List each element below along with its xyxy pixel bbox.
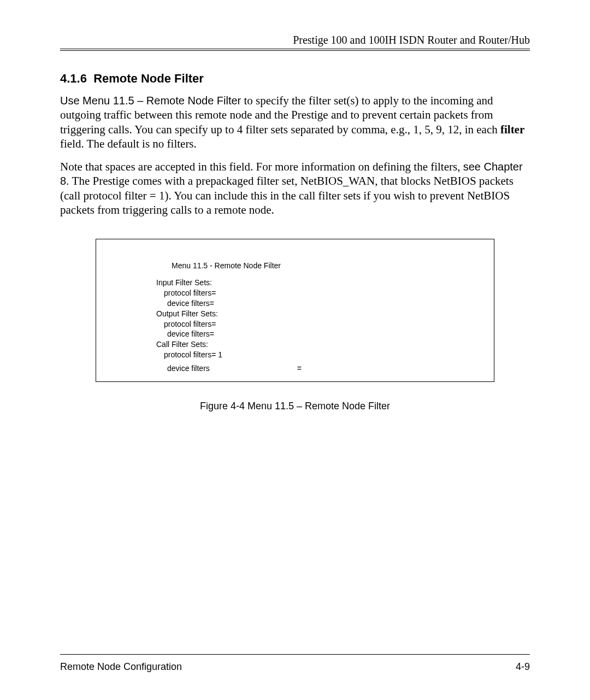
section-heading: 4.1.6 Remote Node Filter bbox=[60, 72, 530, 86]
figure-line: Input Filter Sets: bbox=[156, 278, 483, 288]
footer: Remote Node Configuration 4-9 bbox=[60, 654, 530, 673]
figure-line: protocol filters= bbox=[156, 288, 483, 298]
section-number: 4.1.6 bbox=[60, 72, 87, 85]
footer-row: Remote Node Configuration 4-9 bbox=[60, 657, 530, 673]
figure-line: device filters= bbox=[156, 298, 483, 309]
page: Prestige 100 and 100IH ISDN Router and R… bbox=[0, 0, 590, 700]
figure-caption: Figure 4-4 Menu 11.5 – Remote Node Filte… bbox=[60, 401, 530, 412]
figure-last-eq: = bbox=[297, 363, 302, 374]
para1-lead: Use Menu 11.5 – Remote Node Filter bbox=[60, 95, 241, 107]
para2-part1: Note that spaces are accepted in this fi… bbox=[60, 160, 463, 173]
footer-left: Remote Node Configuration bbox=[60, 661, 182, 673]
para2-part2: The Prestige comes with a prepackaged fi… bbox=[60, 174, 514, 216]
figure-content: Input Filter Sets: protocol filters= dev… bbox=[156, 278, 483, 374]
figure-box: Menu 11.5 - Remote Node Filter Input Fil… bbox=[96, 239, 494, 382]
footer-rule bbox=[60, 654, 530, 655]
paragraph-2: Note that spaces are accepted in this fi… bbox=[60, 160, 530, 217]
footer-right: 4-9 bbox=[516, 661, 530, 673]
header-area: Prestige 100 and 100IH ISDN Router and R… bbox=[60, 33, 530, 51]
paragraph-1: Use Menu 11.5 – Remote Node Filter to sp… bbox=[60, 93, 530, 151]
running-header: Prestige 100 and 100IH ISDN Router and R… bbox=[60, 33, 530, 49]
para1-tail: field. The default is no filters. bbox=[60, 137, 197, 150]
figure-line: Call Filter Sets: bbox=[156, 339, 483, 350]
figure-line: device filters= bbox=[156, 329, 483, 339]
para1-bold: filter bbox=[500, 123, 524, 136]
section-title: Remote Node Filter bbox=[93, 72, 204, 85]
figure-menu-title: Menu 11.5 - Remote Node Filter bbox=[156, 261, 483, 270]
figure-line: protocol filters= bbox=[156, 319, 483, 330]
figure-last-label: device filters bbox=[167, 364, 210, 373]
figure-line: device filters= bbox=[156, 360, 483, 374]
figure-line: Output Filter Sets: bbox=[156, 309, 483, 319]
figure-line: protocol filters= 1 bbox=[156, 350, 483, 360]
header-rule bbox=[60, 49, 530, 49]
